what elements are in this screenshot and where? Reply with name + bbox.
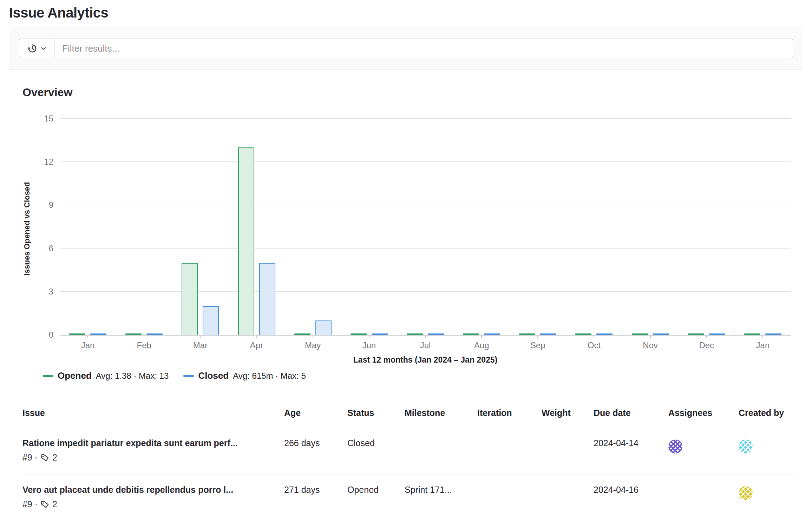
issue-iteration xyxy=(477,428,542,475)
column-header-milestone: Milestone xyxy=(405,402,477,428)
y-tick-label: 15 xyxy=(44,114,53,124)
bar-group-mar xyxy=(172,119,228,335)
x-tick-mark xyxy=(594,336,594,338)
column-header-age: Age xyxy=(284,402,347,428)
bar-group-feb xyxy=(116,119,172,335)
issue-created-by-cell xyxy=(739,428,797,475)
column-header-issue: Issue xyxy=(22,402,284,428)
labels-count: 2 xyxy=(52,452,57,463)
column-header-due-date: Due date xyxy=(594,402,668,428)
x-tick-label: Aug xyxy=(453,338,510,350)
x-tick-label: Oct xyxy=(566,338,622,350)
legend-series-name: Closed xyxy=(198,370,229,381)
opened-bar[interactable] xyxy=(351,333,367,335)
assignee-avatar[interactable] xyxy=(668,439,682,454)
chart-plot-area: 03691215 xyxy=(60,119,791,336)
closed-bar[interactable] xyxy=(315,320,332,335)
bar-group-jun xyxy=(341,119,397,335)
opened-bar[interactable] xyxy=(575,333,591,335)
chart-x-labels: JanFebMarAprMayJunJulAugSepOctNovDecJan xyxy=(60,338,791,350)
chart-x-ticks xyxy=(60,336,791,338)
legend-item-closed[interactable]: ClosedAvg: 615m · Max: 5 xyxy=(183,370,306,381)
bar-group-jan xyxy=(60,119,116,335)
opened-bar[interactable] xyxy=(69,333,85,335)
closed-bar[interactable] xyxy=(259,263,275,335)
filter-panel xyxy=(9,27,803,70)
issues-table: IssueAgeStatusMilestoneIterationWeightDu… xyxy=(22,402,797,516)
issue-title-link[interactable]: Ratione impedit pariatur expedita sunt e… xyxy=(22,438,281,448)
issues-chart: Issues Opened vs Closed 03691215 JanFebM… xyxy=(0,102,812,381)
opened-bar[interactable] xyxy=(688,333,704,335)
chart-legend: OpenedAvg: 1.38 · Max: 13ClosedAvg: 615m… xyxy=(43,370,791,381)
issue-assignees-cell xyxy=(668,428,739,475)
legend-series-stats: Avg: 1.38 · Max: 13 xyxy=(96,371,169,381)
opened-bar[interactable] xyxy=(125,333,142,335)
x-tick-mark xyxy=(144,336,144,338)
bar-group-nov xyxy=(622,119,679,335)
issue-assignees-cell xyxy=(668,475,739,516)
issue-age: 266 days xyxy=(284,428,347,475)
x-tick-label: Jan xyxy=(60,338,116,350)
x-tick-label: Dec xyxy=(679,338,735,350)
issue-title-link[interactable]: Vero aut placeat unde debitis repellendu… xyxy=(22,485,281,495)
opened-bar[interactable] xyxy=(463,333,479,335)
created-by-avatar[interactable] xyxy=(739,439,753,454)
table-row: Vero aut placeat unde debitis repellendu… xyxy=(22,475,797,516)
x-tick-mark xyxy=(369,336,369,338)
issue-reference: #9 · xyxy=(22,499,38,509)
closed-bar[interactable] xyxy=(540,333,556,335)
closed-bar[interactable] xyxy=(372,333,388,335)
opened-bar[interactable] xyxy=(519,333,535,335)
x-tick-label: Sep xyxy=(510,338,566,350)
label-tag-icon xyxy=(40,453,50,462)
opened-bar[interactable] xyxy=(238,147,254,335)
closed-bar[interactable] xyxy=(90,333,106,335)
bar-group-dec xyxy=(679,119,735,335)
column-header-weight: Weight xyxy=(542,402,594,428)
bar-group-aug xyxy=(453,119,510,335)
issue-created-by-cell xyxy=(739,475,797,516)
issue-reference: #9 · xyxy=(22,452,38,463)
filter-group xyxy=(19,39,793,58)
issue-meta: #9 ·2 xyxy=(22,499,281,509)
chart-y-axis-label: Issues Opened vs Closed xyxy=(22,119,38,339)
closed-bar[interactable] xyxy=(653,333,669,335)
legend-item-opened[interactable]: OpenedAvg: 1.38 · Max: 13 xyxy=(43,370,169,381)
filter-history-button[interactable] xyxy=(19,39,54,58)
x-tick-label: Jun xyxy=(341,338,397,350)
x-tick-label: Jul xyxy=(397,338,453,350)
x-tick-mark xyxy=(650,336,651,338)
opened-bar[interactable] xyxy=(182,263,198,335)
y-tick-label: 9 xyxy=(49,200,53,210)
labels-count: 2 xyxy=(52,499,57,509)
x-tick-mark xyxy=(256,336,257,338)
issue-age: 271 days xyxy=(284,475,347,516)
x-tick-label: Apr xyxy=(228,338,284,350)
created-by-avatar[interactable] xyxy=(739,486,753,500)
x-tick-mark xyxy=(200,336,201,338)
opened-bar[interactable] xyxy=(632,333,648,335)
x-tick-mark xyxy=(425,336,426,338)
filter-results-input[interactable] xyxy=(54,39,793,58)
opened-bar[interactable] xyxy=(294,333,310,335)
opened-bar[interactable] xyxy=(407,333,423,335)
bar-group-jul xyxy=(397,119,453,335)
closed-bar[interactable] xyxy=(146,333,163,335)
chevron-down-icon xyxy=(40,45,47,52)
issue-meta: #9 ·2 xyxy=(22,452,281,463)
bar-group-may xyxy=(285,119,341,335)
x-tick-mark xyxy=(762,336,763,338)
column-header-status: Status xyxy=(347,402,405,428)
bar-group-oct xyxy=(566,119,622,335)
issue-milestone xyxy=(405,428,477,475)
closed-bar[interactable] xyxy=(709,333,725,335)
closed-bar[interactable] xyxy=(203,306,219,335)
closed-bar[interactable] xyxy=(428,333,444,335)
x-tick-label: May xyxy=(285,338,341,350)
opened-bar[interactable] xyxy=(744,333,760,335)
closed-bar[interactable] xyxy=(765,333,781,335)
closed-bar[interactable] xyxy=(484,333,500,335)
closed-bar[interactable] xyxy=(596,333,613,335)
page-title: Issue Analytics xyxy=(0,0,812,27)
overview-heading: Overview xyxy=(0,70,812,102)
